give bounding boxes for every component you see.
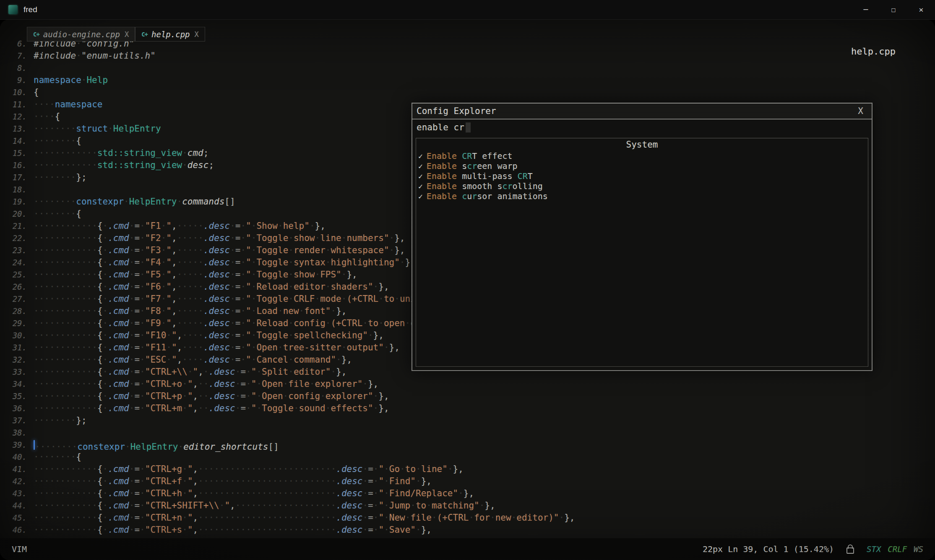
whitespace-dot: · — [60, 160, 65, 170]
whitespace-dot: · — [178, 442, 184, 452]
whitespace-dot: · — [251, 245, 257, 255]
whitespace-dot: · — [55, 452, 60, 462]
line-number: 20. — [3, 208, 34, 220]
whitespace-dot: · — [310, 525, 315, 535]
code-token: { — [97, 270, 103, 280]
whitespace-dot: · — [45, 442, 51, 452]
code-line[interactable]: 38. — [3, 427, 575, 439]
whitespace-dot: · — [283, 488, 289, 498]
code-token: = — [235, 318, 241, 328]
whitespace-dot: · — [140, 318, 145, 328]
code-line[interactable]: 35.············{·.cmd·=·"CTRL+p·",··.des… — [3, 390, 575, 402]
tab-audio-engine[interactable]: C+ audio-engine.cpp X — [27, 27, 135, 41]
maximize-button[interactable]: ☐ — [880, 0, 907, 19]
whitespace-dot: · — [39, 282, 44, 292]
config-search-input[interactable]: enable cr — [412, 119, 872, 135]
config-option[interactable]: ✓Enable smooth scrolling — [416, 181, 868, 191]
checkbox-icon[interactable]: ✓ — [418, 152, 423, 161]
code-token: Reload — [256, 318, 288, 328]
minimize-button[interactable]: ─ — [852, 0, 880, 19]
whitespace-dot: · — [34, 525, 39, 535]
tab-help[interactable]: C+ help.cpp X — [135, 27, 205, 41]
whitespace-dot: · — [304, 488, 310, 498]
whitespace-dot: · — [188, 318, 193, 328]
code-line[interactable]: 45.············{·.cmd·=·"CTRL+n·",······… — [3, 512, 575, 524]
code-line[interactable]: 44.············{·.cmd·=·"CTRL+SHIFT+\\·"… — [3, 500, 575, 512]
whitespace-dot: · — [288, 488, 294, 498]
code-line[interactable]: 36.············{·.cmd·=·"CTRL+m·",··.des… — [3, 402, 575, 415]
whitespace-dot: · — [288, 476, 294, 486]
whitespace-dot: · — [71, 245, 76, 255]
code-token: "F5 — [145, 270, 161, 280]
whitespace-dot: · — [373, 464, 379, 474]
checkbox-icon[interactable]: ✓ — [418, 162, 423, 171]
code-line[interactable]: 40.········{ — [3, 451, 575, 463]
whitespace-dot: · — [198, 488, 203, 498]
checkbox-icon[interactable]: ✓ — [418, 192, 423, 201]
code-token: struct — [76, 124, 108, 134]
whitespace-dot: · — [294, 500, 299, 511]
whitespace-dot: · — [49, 172, 55, 182]
code-line[interactable]: 8. — [3, 62, 575, 74]
whitespace-dot: · — [60, 403, 65, 413]
config-option[interactable]: ✓Enable CRT effect — [416, 151, 868, 161]
tab-close-icon[interactable]: X — [195, 30, 199, 39]
config-section-header: System — [416, 138, 868, 151]
whitespace-dot: · — [246, 391, 251, 401]
whitespace-dot: · — [65, 209, 71, 219]
whitespace-dot: · — [182, 476, 188, 486]
code-token: { — [97, 525, 103, 535]
whitespace-dot: · — [87, 403, 92, 413]
whitespace-dot: · — [240, 270, 246, 280]
code-line[interactable]: 42.············{·.cmd·=·"CTRL+f·",······… — [3, 475, 575, 487]
line-number: 36. — [3, 402, 34, 415]
whitespace-dot: · — [129, 379, 135, 389]
code-line[interactable]: 43.············{·.cmd·=·"CTRL+h·",······… — [3, 487, 575, 500]
config-option[interactable]: ✓Enable cursor animations — [416, 191, 868, 201]
whitespace-dot: · — [87, 391, 92, 401]
whitespace-dot: · — [240, 525, 246, 535]
code-token: { — [97, 257, 103, 267]
code-text: ············{·.cmd·=·"F6·",·····.desc·=·… — [34, 281, 389, 293]
code-line[interactable]: 9.namespace·Help — [3, 74, 575, 86]
code-line[interactable]: 10.{ — [3, 86, 575, 99]
whitespace-dot: · — [198, 270, 203, 280]
tab-close-icon[interactable]: X — [125, 30, 129, 39]
whitespace-dot: · — [188, 355, 193, 365]
checkbox-icon[interactable]: ✓ — [418, 182, 423, 191]
popup-close-icon[interactable]: X — [854, 106, 867, 116]
whitespace-dot: · — [49, 306, 55, 316]
code-token: .cmd — [108, 245, 129, 255]
close-button[interactable]: ✕ — [907, 0, 935, 19]
whitespace-dot: · — [81, 294, 87, 304]
whitespace-dot: · — [39, 318, 44, 328]
code-token: = — [368, 476, 373, 486]
checkbox-icon[interactable]: ✓ — [418, 172, 423, 181]
code-line[interactable]: 46.············{·.cmd·=·"CTRL+s·",······… — [3, 524, 575, 536]
code-token: .cmd — [108, 342, 129, 353]
line-number: 14. — [3, 135, 34, 147]
config-option[interactable]: ✓Enable multi-pass CRT — [416, 171, 868, 181]
code-token: , — [193, 513, 198, 523]
whitespace-dot: · — [60, 464, 65, 474]
whitespace-dot: · — [65, 136, 71, 146]
config-option[interactable]: ✓Enable screen warp — [416, 161, 868, 171]
whitespace-dot: · — [81, 391, 87, 401]
code-line[interactable]: 37.········}; — [3, 415, 575, 427]
code-line[interactable]: 39.········constexpr·HelpEntry·editor_sh… — [3, 439, 575, 451]
code-token: " — [246, 270, 251, 280]
code-line[interactable]: 34.············{·.cmd·=·"CTRL+o·",··.des… — [3, 378, 575, 390]
whitespace-dot: · — [44, 452, 49, 462]
whitespace-dot: · — [161, 245, 167, 255]
whitespace-dot: · — [49, 500, 55, 511]
whitespace-dot: · — [49, 221, 55, 231]
whitespace-dot: · — [310, 476, 315, 486]
code-token: { — [55, 111, 60, 122]
whitespace-dot: · — [140, 270, 145, 280]
whitespace-dot: · — [177, 233, 182, 243]
code-line[interactable]: 41.············{·.cmd·=·"CTRL+g·",······… — [3, 463, 575, 475]
code-line[interactable]: 7.#include·"enum-utils.h" — [3, 50, 575, 62]
whitespace-dot: · — [55, 197, 60, 207]
code-token: " — [378, 476, 384, 486]
code-token: editor)" — [516, 513, 559, 523]
